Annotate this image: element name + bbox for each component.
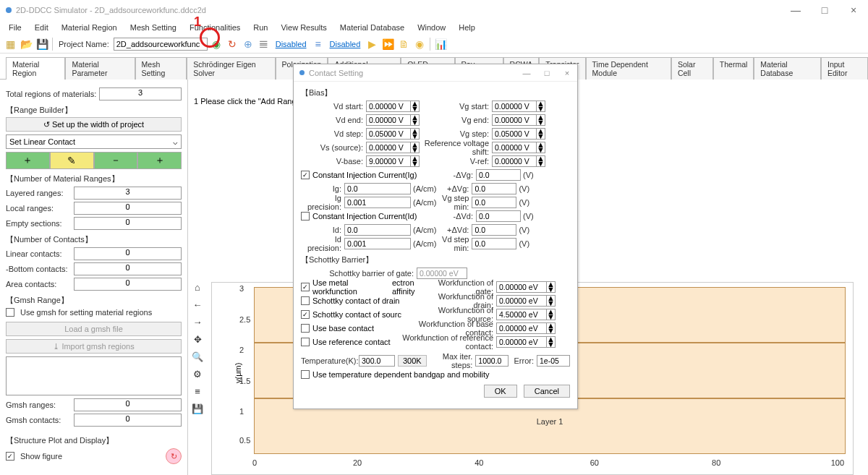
local-value[interactable]: 0 (74, 202, 182, 215)
setup-width-button[interactable]: ↺ Set up the width of project (6, 117, 182, 132)
close-button[interactable]: × (839, 0, 868, 20)
wfg-input[interactable] (496, 281, 547, 293)
list-icon[interactable]: ≡ (311, 37, 326, 51)
edit-button[interactable]: ✎ (50, 152, 94, 169)
dvd-input[interactable] (476, 210, 521, 222)
vgstep-input[interactable] (492, 128, 537, 140)
use-metal-wf-checkbox[interactable]: ✓ (301, 283, 310, 291)
gmsh-ranges-value[interactable]: 0 (74, 398, 182, 411)
dialog-close-button[interactable]: × (557, 64, 577, 82)
new-icon[interactable]: ▦ (3, 37, 17, 51)
remove-button[interactable]: － (94, 152, 138, 169)
use-ref-checkbox[interactable] (301, 338, 310, 346)
tab-thermal[interactable]: Thermal (713, 57, 754, 80)
refresh-figure-icon[interactable]: ↻ (166, 448, 182, 464)
id-input[interactable] (344, 224, 411, 236)
temp-input[interactable] (359, 355, 395, 367)
doc-icon[interactable]: 🗎 (396, 37, 411, 51)
menu-edit[interactable]: Edit (29, 22, 54, 33)
spinner-icon[interactable]: ▲▼ (547, 336, 556, 348)
temp-bandgap-checkbox[interactable] (301, 370, 310, 379)
total-regions-value[interactable]: 3 (99, 87, 182, 100)
dvg-input[interactable] (476, 169, 521, 181)
disabled-1-link[interactable]: Disabled (276, 40, 307, 48)
menu-functionalities[interactable]: Functionalities (184, 22, 246, 33)
pan-icon[interactable]: ✥ (191, 334, 204, 347)
err-input[interactable] (537, 355, 570, 367)
import-gmsh-button[interactable]: ⤓ Import gmsh regions (6, 339, 182, 354)
spinner-icon[interactable]: ▲▼ (411, 155, 420, 167)
menu-mesh-setting[interactable]: Mesh Setting (124, 22, 182, 33)
tab-input-editor[interactable]: Input Editor (821, 57, 868, 80)
sliders-icon[interactable]: ≡ (191, 386, 204, 399)
spinner-icon[interactable]: ▲▼ (547, 295, 556, 307)
spinner-icon[interactable]: ▲▼ (547, 281, 556, 293)
300k-button[interactable]: 300K (398, 355, 427, 367)
show-figure-checkbox[interactable]: ✓ (6, 452, 14, 461)
menu-run[interactable]: Run (247, 22, 273, 33)
home-icon[interactable]: ⌂ (191, 282, 204, 295)
vgstart-input[interactable] (492, 100, 537, 112)
project-name-input[interactable] (114, 38, 208, 51)
vdsm-input[interactable] (472, 238, 516, 249)
globe-icon[interactable]: ⊕ (241, 37, 255, 51)
vgend-input[interactable] (492, 114, 537, 126)
cancel-button[interactable]: Cancel (524, 385, 570, 398)
vdend-input[interactable] (366, 114, 411, 126)
spinner-icon[interactable]: ▲▼ (547, 322, 556, 334)
schottky-source-checkbox[interactable]: ✓ (301, 310, 310, 319)
add-button[interactable]: ＋ (6, 152, 50, 169)
add2-button[interactable]: ＋ (137, 152, 182, 169)
ig-input[interactable] (344, 183, 411, 194)
empty-value[interactable]: 0 (74, 217, 182, 230)
tab-schrodinger[interactable]: Schrödinger Eigen Solver (187, 57, 275, 80)
gmsh-contacts-value[interactable]: 0 (74, 414, 182, 427)
minimize-button[interactable]: — (781, 0, 810, 20)
tab-material-parameter[interactable]: Material Parameter (65, 57, 135, 80)
play-icon[interactable]: ▶ (365, 37, 379, 51)
tab-time-dependent[interactable]: Time Dependent Module (586, 57, 671, 80)
zoom-icon[interactable]: 🔍 (191, 351, 204, 364)
ok-button[interactable]: OK (484, 385, 517, 398)
refv-input[interactable] (492, 142, 537, 153)
open-icon[interactable]: 📂 (19, 37, 33, 51)
cinjd-checkbox[interactable] (301, 212, 310, 221)
maximize-button[interactable]: □ (810, 0, 839, 20)
spinner-icon[interactable]: ▲▼ (411, 100, 420, 112)
menu-material-database[interactable]: Material Database (334, 22, 410, 33)
menu-help[interactable]: Help (453, 22, 481, 33)
pdvg-input[interactable] (472, 183, 516, 194)
record-icon[interactable]: ◉ (412, 37, 427, 51)
wfbc-input[interactable] (496, 322, 547, 334)
cinjg-checkbox[interactable]: ✓ (301, 171, 310, 179)
spinner-icon[interactable]: ▲▼ (537, 142, 545, 153)
save-icon[interactable]: 💾 (35, 37, 49, 51)
spinner-icon[interactable]: ▲▼ (537, 128, 545, 140)
spinner-icon[interactable]: ▲▼ (411, 142, 420, 153)
vgsm-input[interactable] (472, 197, 516, 208)
menu-window[interactable]: Window (412, 22, 451, 33)
stats-icon[interactable]: 📊 (433, 37, 448, 51)
circle-green-icon[interactable]: ◉ (209, 37, 224, 51)
tab-solar-cell[interactable]: Solar Cell (671, 57, 713, 80)
vref-input[interactable] (492, 155, 537, 167)
use-gmsh-checkbox[interactable] (6, 308, 14, 317)
menu-file[interactable]: File (3, 22, 27, 33)
tab-mesh-setting[interactable]: Mesh Setting (135, 57, 187, 80)
max-input[interactable] (475, 355, 509, 367)
menu-view-results[interactable]: View Results (275, 22, 332, 33)
back-icon[interactable]: ← (191, 299, 204, 312)
use-base-checkbox[interactable] (301, 324, 310, 333)
pdvd-input[interactable] (472, 224, 516, 236)
igp-input[interactable] (344, 197, 411, 208)
refresh-icon[interactable]: ↻ (225, 37, 239, 51)
forward-icon[interactable]: → (191, 317, 204, 330)
spinner-icon[interactable]: ▲▼ (547, 309, 556, 320)
save-chart-icon[interactable]: 💾 (191, 403, 204, 416)
wfs-input[interactable] (496, 309, 547, 320)
tab-material-db[interactable]: Material Database (754, 57, 821, 80)
menu-material-region[interactable]: Material Region (56, 22, 123, 33)
spinner-icon[interactable]: ▲▼ (411, 128, 420, 140)
area-value[interactable]: 0 (74, 278, 182, 291)
set-linear-dropdown[interactable]: Set Linear Contact⌵ (6, 134, 182, 149)
